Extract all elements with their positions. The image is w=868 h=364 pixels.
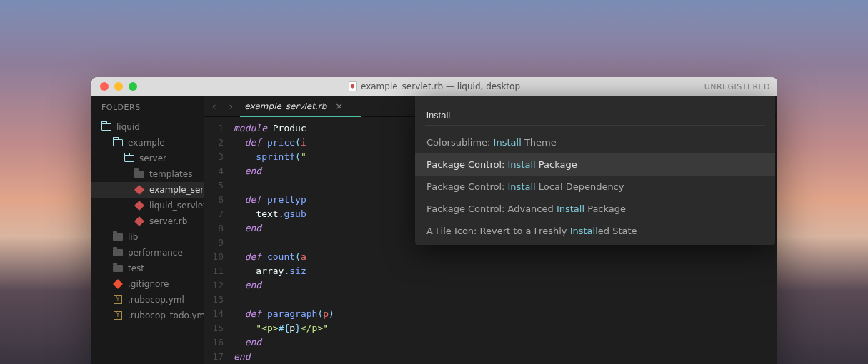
editor-window: example_servlet.rb — liquid, desktop UNR… [91, 77, 777, 364]
traffic-lights [91, 82, 137, 91]
yml-icon: Y [113, 295, 123, 305]
tree-item[interactable]: server [91, 151, 204, 166]
tree-item-label: performance [128, 248, 183, 258]
tree-item-label: .rubocop_todo.yml [128, 310, 204, 320]
palette-item[interactable]: Colorsublime: Install Theme [415, 131, 775, 153]
tree-item[interactable]: server.rb [91, 213, 204, 229]
tree-item[interactable]: example_servl [91, 182, 204, 198]
tree-item[interactable]: test [91, 261, 204, 276]
window-title: example_servlet.rb — liquid, desktop [91, 81, 777, 91]
close-window-icon[interactable] [100, 82, 109, 91]
palette-input[interactable] [425, 106, 765, 126]
folder-closed-icon [113, 263, 123, 273]
tree-item[interactable]: performance [91, 245, 204, 261]
code-content[interactable]: module Produc def price(i sprintf(" end … [229, 117, 334, 364]
line-gutter: 123456789101112131415161718 [204, 117, 229, 364]
tree-item[interactable]: .gitignore [91, 276, 204, 292]
nav-forward-icon[interactable]: › [228, 101, 235, 112]
folder-closed-icon [134, 169, 144, 179]
ruby-icon [134, 185, 144, 195]
git-icon [113, 279, 123, 289]
yml-icon: Y [113, 310, 123, 320]
minimize-window-icon[interactable] [114, 82, 123, 91]
folder-open-icon [101, 122, 111, 132]
tab-close-icon[interactable]: × [335, 101, 343, 111]
unregistered-label: UNREGISTERED [704, 82, 770, 91]
palette-item[interactable]: A File Icon: Revert to a Freshly Install… [415, 220, 775, 242]
titlebar: example_servlet.rb — liquid, desktop UNR… [91, 77, 777, 96]
tree-item-label: liquid [116, 122, 140, 132]
folder-closed-icon [113, 232, 123, 242]
folder-open-icon [124, 153, 134, 163]
command-palette: Colorsublime: Install ThemePackage Contr… [415, 96, 775, 245]
tab-active[interactable]: example_servlet.rb × [244, 96, 343, 117]
nav-back-icon[interactable]: ‹ [211, 101, 218, 112]
main-area: ‹ › example_servlet.rb × ⋮ 1234567891011… [204, 96, 777, 364]
ruby-icon [134, 216, 144, 226]
zoom-window-icon[interactable] [129, 82, 137, 91]
tree-item-label: example [128, 138, 165, 148]
tree-item[interactable]: Y.rubocop.yml [91, 292, 204, 308]
tree-item-label: lib [128, 232, 138, 242]
folders-header: FOLDERS [91, 103, 204, 119]
tree-item[interactable]: liquid [91, 119, 204, 135]
tree-item-label: server.rb [149, 216, 187, 226]
ruby-icon [134, 201, 144, 211]
tree-item-label: test [128, 263, 144, 273]
palette-item[interactable]: Package Control: Advanced Install Packag… [415, 198, 775, 220]
tree-item-label: liquid_servlet. [149, 201, 204, 211]
palette-item[interactable]: Package Control: Install Package [415, 153, 775, 176]
tree-item[interactable]: liquid_servlet. [91, 198, 204, 213]
tab-label: example_servlet.rb [244, 101, 326, 111]
tree-item[interactable]: lib [91, 229, 204, 245]
sidebar: FOLDERS liquidexampleservertemplatesexam… [91, 96, 204, 364]
tree-item-label: templates [149, 169, 192, 179]
folder-closed-icon [113, 248, 123, 258]
tree-item[interactable]: Y.rubocop_todo.yml [91, 308, 204, 323]
tree-item-label: example_servl [149, 185, 204, 195]
folder-tree: liquidexampleservertemplatesexample_serv… [91, 119, 204, 323]
folder-open-icon [113, 138, 123, 148]
palette-item[interactable]: Package Control: Install Local Dependenc… [415, 176, 775, 198]
tree-item-label: .gitignore [128, 279, 169, 289]
tree-item-label: .rubocop.yml [128, 295, 184, 305]
ruby-file-icon [349, 81, 357, 91]
tree-item-label: server [139, 153, 166, 163]
tree-item[interactable]: templates [91, 166, 204, 182]
tree-item[interactable]: example [91, 135, 204, 151]
